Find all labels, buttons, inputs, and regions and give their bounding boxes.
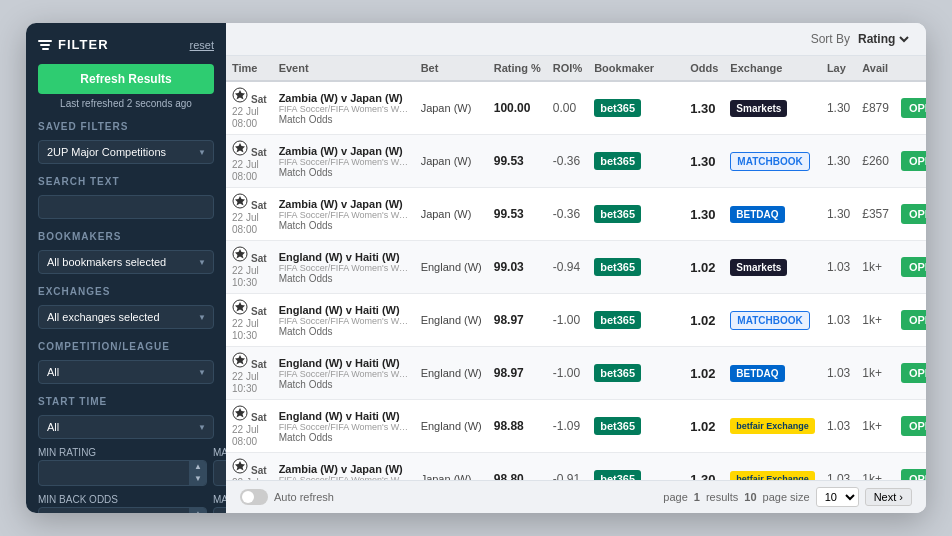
odds-cell: 1.30 bbox=[684, 453, 724, 481]
next-button[interactable]: Next › bbox=[865, 488, 912, 506]
sort-by-select[interactable]: Rating bbox=[854, 31, 912, 47]
lay-cell: 1.03 bbox=[821, 400, 856, 453]
min-back-odds-up[interactable]: ▲ bbox=[190, 508, 206, 513]
open-button[interactable]: OPEN bbox=[901, 310, 926, 330]
open-button[interactable]: OPEN bbox=[901, 98, 926, 118]
soccer-icon bbox=[232, 140, 248, 156]
open-button[interactable]: OPEN bbox=[901, 469, 926, 480]
table-row: Sat 22 Jul 10:30 England (W) v Haiti (W)… bbox=[226, 347, 926, 400]
roi-cell: -1.00 bbox=[547, 347, 588, 400]
roi-cell: -0.36 bbox=[547, 188, 588, 241]
odds-cell: 1.30 bbox=[684, 81, 724, 135]
app-container: FILTER reset Refresh Results Last refres… bbox=[26, 23, 926, 513]
exchanges-select[interactable]: All exchanges selected bbox=[38, 305, 214, 329]
page-size-select[interactable]: 10 bbox=[816, 487, 859, 507]
start-time-wrapper: All bbox=[38, 415, 214, 439]
lay-cell: 1.03 bbox=[821, 453, 856, 481]
rating-cell: 98.88 bbox=[488, 400, 547, 453]
start-time-select[interactable]: All bbox=[38, 415, 214, 439]
bookmaker-cell: bet365 bbox=[588, 135, 684, 188]
open-button[interactable]: OPEN bbox=[901, 363, 926, 383]
competition-select[interactable]: All bbox=[38, 360, 214, 384]
max-back-odds-stepper: 100.00 ▲ ▼ bbox=[213, 507, 226, 513]
exchange-logo: BETDAQ bbox=[730, 206, 784, 223]
search-text-input[interactable] bbox=[38, 195, 214, 219]
roi-cell: -0.94 bbox=[547, 241, 588, 294]
roi-cell: -1.09 bbox=[547, 400, 588, 453]
search-text-label: SEARCH TEXT bbox=[38, 176, 214, 187]
col-event: Event bbox=[273, 56, 415, 81]
max-back-odds-input[interactable]: 100.00 bbox=[214, 510, 226, 513]
action-cell: OPEN bbox=[895, 347, 926, 400]
exchange-cell: BETDAQ bbox=[724, 188, 821, 241]
max-rating-input[interactable]: 200.0% bbox=[214, 463, 226, 483]
avail-cell: 1k+ bbox=[856, 453, 895, 481]
auto-refresh-toggle[interactable] bbox=[240, 489, 268, 505]
open-button[interactable]: OPEN bbox=[901, 257, 926, 277]
min-back-odds-stepper: 1.00 ▲ ▼ bbox=[38, 507, 207, 513]
exchange-cell: betfair Exchange bbox=[724, 400, 821, 453]
bookmaker-logo: bet365 bbox=[594, 311, 641, 329]
table-row: Sat 22 Jul 08:00 England (W) v Haiti (W)… bbox=[226, 400, 926, 453]
exchange-logo: betfair Exchange bbox=[730, 471, 815, 480]
rating-row: MIN RATING 80.0% ▲ ▼ MAX RATING 200.0% ▲… bbox=[38, 447, 214, 486]
event-cell: Zambia (W) v Japan (W) FIFA Soccer/FIFA … bbox=[273, 135, 415, 188]
bookmakers-select[interactable]: All bookmakers selected bbox=[38, 250, 214, 274]
event-cell: England (W) v Haiti (W) FIFA Soccer/FIFA… bbox=[273, 294, 415, 347]
action-cell: OPEN bbox=[895, 453, 926, 481]
saved-filters-wrapper: 2UP Major Competitions bbox=[38, 140, 214, 164]
min-back-odds-input[interactable]: 1.00 bbox=[39, 510, 189, 513]
main-header: Sort By Rating bbox=[226, 23, 926, 56]
min-rating-input[interactable]: 80.0% bbox=[39, 463, 189, 483]
results-label: results bbox=[706, 491, 738, 503]
saved-filters-label: SAVED FILTERS bbox=[38, 121, 214, 132]
bet-cell: England (W) bbox=[415, 347, 488, 400]
bookmaker-logo: bet365 bbox=[594, 258, 641, 276]
avail-cell: £879 bbox=[856, 81, 895, 135]
rating-cell: 99.53 bbox=[488, 188, 547, 241]
open-button[interactable]: OPEN bbox=[901, 416, 926, 436]
table-wrapper: Time Event Bet Rating % ROI% Bookmaker O… bbox=[226, 56, 926, 480]
reset-button[interactable]: reset bbox=[190, 39, 214, 51]
col-avail: Avail bbox=[856, 56, 895, 81]
exchange-logo: Smarkets bbox=[730, 100, 787, 117]
exchange-cell: Smarkets bbox=[724, 241, 821, 294]
bookmaker-cell: bet365 bbox=[588, 294, 684, 347]
refresh-results-button[interactable]: Refresh Results bbox=[38, 64, 214, 94]
rating-cell: 99.03 bbox=[488, 241, 547, 294]
col-action bbox=[895, 56, 926, 81]
table-footer: Auto refresh page 1 results 10 page size… bbox=[226, 480, 926, 513]
saved-filters-select[interactable]: 2UP Major Competitions bbox=[38, 140, 214, 164]
bet-cell: England (W) bbox=[415, 241, 488, 294]
bookmakers-wrapper: All bookmakers selected bbox=[38, 250, 214, 274]
soccer-icon bbox=[232, 299, 248, 315]
open-button[interactable]: OPEN bbox=[901, 151, 926, 171]
odds-row: MIN BACK ODDS 1.00 ▲ ▼ MAX BACK ODDS 100… bbox=[38, 494, 214, 513]
event-cell: England (W) v Haiti (W) FIFA Soccer/FIFA… bbox=[273, 347, 415, 400]
col-exchange: Exchange bbox=[724, 56, 821, 81]
time-cell: Sat 22 Jul 10:30 bbox=[226, 347, 273, 400]
rating-cell: 100.00 bbox=[488, 81, 547, 135]
table-row: Sat 22 Jul 10:30 England (W) v Haiti (W)… bbox=[226, 294, 926, 347]
soccer-icon bbox=[232, 458, 248, 474]
sidebar-title: FILTER bbox=[38, 37, 109, 52]
bookmakers-label: BOOKMAKERS bbox=[38, 231, 214, 242]
bookmaker-logo: bet365 bbox=[594, 99, 641, 117]
lay-cell: 1.30 bbox=[821, 188, 856, 241]
exchange-cell: Smarkets bbox=[724, 81, 821, 135]
exchange-logo: BETDAQ bbox=[730, 365, 784, 382]
rating-cell: 98.97 bbox=[488, 347, 547, 400]
min-rating-up[interactable]: ▲ bbox=[190, 461, 206, 473]
open-button[interactable]: OPEN bbox=[901, 204, 926, 224]
action-cell: OPEN bbox=[895, 188, 926, 241]
exchange-logo: MATCHBOOK bbox=[730, 152, 809, 171]
bet-cell: Japan (W) bbox=[415, 135, 488, 188]
rating-cell: 98.80 bbox=[488, 453, 547, 481]
time-cell: Sat 22 Jul 10:30 bbox=[226, 294, 273, 347]
min-rating-stepper-btns: ▲ ▼ bbox=[189, 461, 206, 485]
roi-cell: -0.36 bbox=[547, 135, 588, 188]
rating-cell: 99.53 bbox=[488, 135, 547, 188]
auto-refresh-label: Auto refresh bbox=[274, 491, 334, 503]
bookmaker-cell: bet365 bbox=[588, 453, 684, 481]
min-rating-down[interactable]: ▼ bbox=[190, 473, 206, 485]
